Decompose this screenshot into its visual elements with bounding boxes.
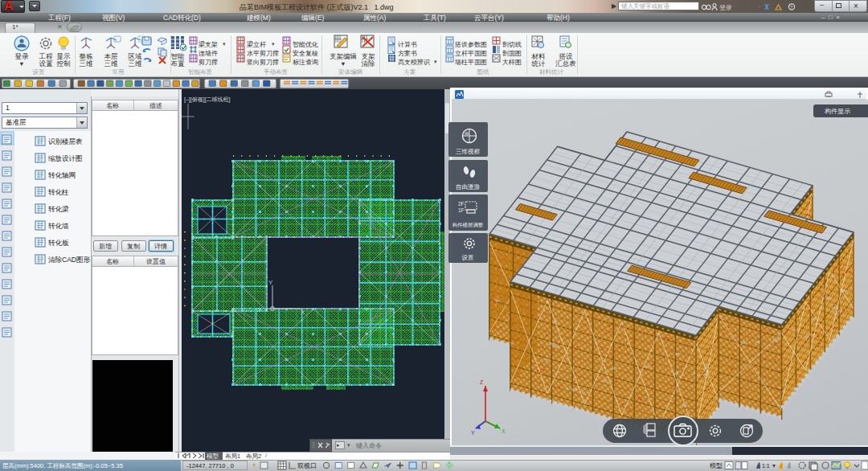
svg-text:1F: 1F [458,207,465,213]
svg-text:?: ? [790,5,793,10]
svg-text:X: X [301,309,305,316]
svg-text:1:1: 1:1 [762,463,770,469]
svg-text:登录: 登录 [719,4,732,11]
svg-text:Y: Y [471,430,475,436]
svg-text:·: · [759,4,760,10]
svg-text:Y: Y [268,279,273,286]
svg-text:2F: 2F [458,201,465,207]
svg-text:X: X [502,428,506,434]
svg-text:Z: Z [480,379,484,385]
